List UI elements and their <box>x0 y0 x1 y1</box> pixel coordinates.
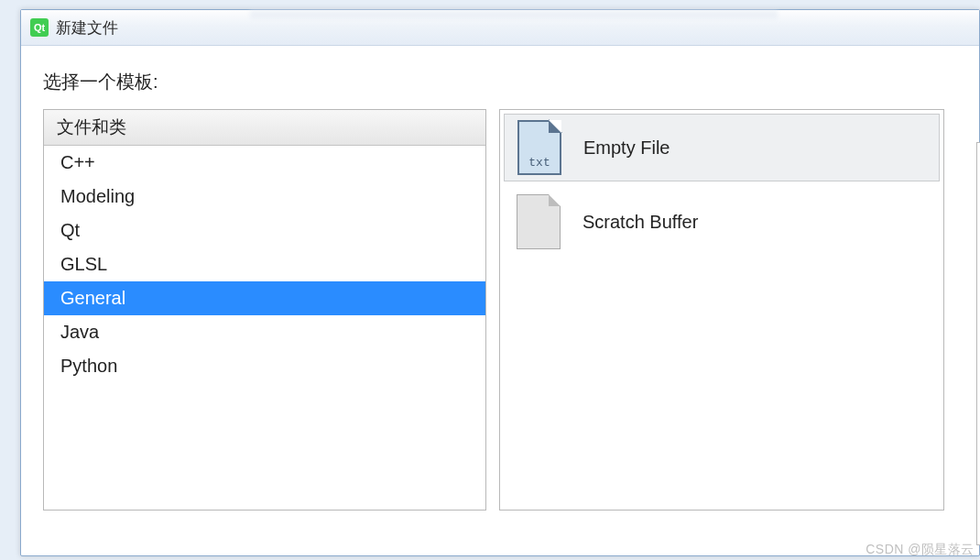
category-item-qt[interactable]: Qt <box>44 214 485 247</box>
txt-icon-label: txt <box>517 156 561 170</box>
qt-logo-icon: Qt <box>30 18 49 37</box>
template-list: txt Empty File Scratch Buffer <box>500 114 943 258</box>
category-item-modeling[interactable]: Modeling <box>44 180 485 214</box>
description-pane-edge <box>976 142 980 545</box>
category-item-java[interactable]: Java <box>44 315 485 349</box>
category-list: C++ Modeling Qt GLSL General Java Python <box>44 146 485 383</box>
category-item-cpp[interactable]: C++ <box>44 146 485 180</box>
template-label: Empty File <box>583 137 670 159</box>
dialog-content: 选择一个模板: 文件和类 C++ Modeling Qt GLSL Genera… <box>21 46 979 522</box>
panes-container: 文件和类 C++ Modeling Qt GLSL General Java P… <box>43 109 957 511</box>
prompt-label: 选择一个模板: <box>43 70 957 94</box>
category-item-python[interactable]: Python <box>44 349 485 383</box>
category-item-glsl[interactable]: GLSL <box>44 247 485 281</box>
category-header: 文件和类 <box>44 110 485 146</box>
category-item-general[interactable]: General <box>44 281 485 315</box>
category-pane: 文件和类 C++ Modeling Qt GLSL General Java P… <box>43 109 486 511</box>
new-file-dialog: Qt 新建文件 选择一个模板: 文件和类 C++ Modeling Qt GLS… <box>20 9 980 556</box>
template-pane: txt Empty File Scratch Buffer <box>499 109 944 511</box>
template-item-empty-file[interactable]: txt Empty File <box>504 114 940 181</box>
template-item-scratch-buffer[interactable]: Scratch Buffer <box>500 185 943 258</box>
plain-file-icon <box>517 194 561 249</box>
background-blur <box>250 10 778 19</box>
window-title: 新建文件 <box>56 17 118 38</box>
template-label: Scratch Buffer <box>583 212 698 233</box>
txt-file-icon: txt <box>517 120 561 175</box>
